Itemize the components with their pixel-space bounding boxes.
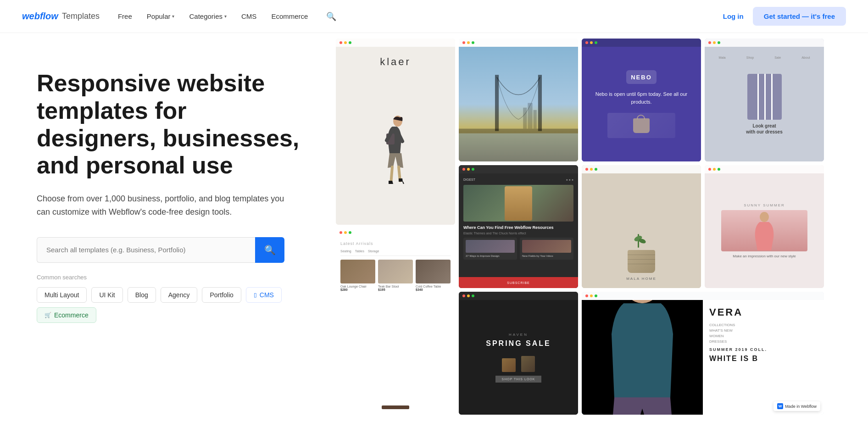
window-dot-green bbox=[595, 294, 597, 297]
template-card-arrivals[interactable]: Latest Arrivals Seating Tables Storage O… bbox=[336, 228, 455, 415]
window-dot-red bbox=[339, 231, 342, 234]
window-dot-green bbox=[472, 294, 474, 297]
window-dot-red bbox=[462, 168, 465, 171]
window-dot-green bbox=[718, 168, 720, 171]
blog-hero-image bbox=[463, 185, 573, 222]
nav-link-cms[interactable]: CMS bbox=[241, 12, 256, 20]
navbar: webflow Templates Free Popular ▾ Categor… bbox=[0, 0, 868, 33]
arrivals-item: Teak Bar Stool $195 bbox=[378, 260, 413, 291]
window-dot-yellow bbox=[590, 294, 593, 297]
nav-link-ecommerce[interactable]: Ecommerce bbox=[271, 12, 308, 20]
logo-templates: Templates bbox=[62, 11, 100, 21]
window-dot-green bbox=[472, 168, 474, 171]
window-dot-red bbox=[708, 168, 711, 171]
arrivals-label: Latest Arrivals bbox=[340, 241, 451, 246]
hero-section: Responsive website templates for designe… bbox=[0, 33, 330, 422]
haven-cta-button[interactable]: SHOP THIS LOOK bbox=[495, 376, 542, 383]
window-dot-yellow bbox=[344, 41, 347, 44]
window-dot-yellow bbox=[467, 168, 470, 171]
window-dot-green bbox=[595, 41, 597, 44]
svg-line-3 bbox=[403, 182, 404, 184]
nav-link-categories[interactable]: Categories ▾ bbox=[189, 12, 227, 20]
nav-link-free[interactable]: Free bbox=[118, 12, 132, 20]
nebo-product-image bbox=[607, 113, 675, 138]
search-icon[interactable]: 🔍 bbox=[326, 11, 336, 22]
window-dot-green bbox=[718, 41, 720, 44]
template-card-haven[interactable]: HAVEN SPRING SALE SHOP THIS LOOK bbox=[459, 292, 578, 415]
window-dot-green bbox=[349, 231, 351, 234]
klaer-logo: klaer bbox=[380, 47, 411, 72]
window-dot-green bbox=[595, 168, 597, 171]
login-button[interactable]: Log in bbox=[723, 12, 744, 20]
webflow-badge-icon: W bbox=[777, 403, 783, 409]
basket-plant bbox=[628, 250, 655, 273]
nebo-text: Nebo is open until 6pm today. See all ou… bbox=[589, 90, 694, 106]
fashion-figure-icon bbox=[375, 113, 416, 184]
tag-portfolio[interactable]: Portfolio bbox=[202, 287, 241, 303]
window-dot-yellow bbox=[590, 168, 593, 171]
template-card-nebo-basket[interactable]: MALA HOME bbox=[582, 165, 701, 288]
template-card-dress[interactable]: Mala Shop Sale About Look great with our… bbox=[705, 39, 824, 161]
vera-info: VERA COLLECTIONS WHAT'S NEW WOMEN DRESSE… bbox=[703, 300, 824, 415]
arrivals-bar bbox=[382, 405, 409, 409]
cart-icon: 🛒 bbox=[45, 312, 51, 318]
window-dot-yellow bbox=[590, 41, 593, 44]
template-card-vera[interactable]: VERA COLLECTIONS WHAT'S NEW WOMEN DRESSE… bbox=[582, 292, 824, 415]
arrivals-item: Cold Coffee Table $340 bbox=[416, 260, 451, 291]
tag-ui-kit[interactable]: UI Kit bbox=[91, 287, 122, 303]
window-dot-yellow bbox=[344, 231, 347, 234]
tag-ecommerce[interactable]: 🛒 Ecommerce bbox=[37, 307, 96, 323]
svg-rect-12 bbox=[459, 133, 578, 161]
haven-furniture bbox=[474, 351, 562, 372]
arrivals-item: Oak Lounge Chair $280 bbox=[340, 260, 375, 291]
vera-figure-icon bbox=[582, 300, 703, 415]
template-card-nebo[interactable]: NEBO Nebo is open until 6pm today. See a… bbox=[582, 39, 701, 161]
search-button[interactable]: 🔍 bbox=[255, 237, 284, 263]
window-dot-red bbox=[339, 41, 342, 44]
tag-cms[interactable]: ▯ CMS bbox=[246, 287, 282, 303]
template-card-bridge[interactable] bbox=[459, 39, 578, 161]
tag-agency[interactable]: Agency bbox=[161, 287, 198, 303]
window-dot-yellow bbox=[713, 168, 716, 171]
fashion-pink-image bbox=[721, 210, 808, 251]
vera-person-image bbox=[582, 300, 703, 415]
window-dot-red bbox=[585, 168, 588, 171]
chevron-down-icon: ▾ bbox=[224, 14, 227, 19]
main-container: Responsive website templates for designe… bbox=[0, 33, 868, 422]
svg-rect-13 bbox=[523, 108, 527, 129]
window-dot-yellow bbox=[467, 41, 470, 44]
chevron-down-icon: ▾ bbox=[172, 14, 174, 19]
template-card-fashion-pink[interactable]: SUNNY SUMMER Make an impression with our… bbox=[705, 165, 824, 288]
table-image bbox=[416, 260, 451, 283]
template-gallery: klaer bbox=[330, 33, 868, 422]
window-dot-yellow bbox=[467, 294, 470, 297]
search-input[interactable] bbox=[37, 237, 255, 263]
nav-right: Log in Get started — it's free bbox=[723, 7, 846, 26]
klaer-image bbox=[336, 72, 455, 225]
tag-multi-layout[interactable]: Multi Layout bbox=[37, 287, 87, 303]
bridge-image bbox=[459, 47, 578, 161]
vera-title: VERA bbox=[709, 306, 818, 318]
window-dot-red bbox=[708, 41, 711, 44]
template-card-klaer[interactable]: klaer bbox=[336, 39, 455, 225]
tag-blog[interactable]: Blog bbox=[128, 287, 156, 303]
haven-sale: SPRING SALE bbox=[486, 339, 551, 348]
svg-rect-15 bbox=[534, 110, 537, 129]
nebo-logo: NEBO bbox=[626, 70, 657, 84]
webflow-badge: W Made in Webflow bbox=[773, 401, 820, 411]
vera-summer-text: SUMMER 2019 COLL. bbox=[709, 347, 818, 352]
nav-links: Free Popular ▾ Categories ▾ CMS Ecommerc… bbox=[118, 12, 308, 20]
get-started-button[interactable]: Get started — it's free bbox=[753, 7, 846, 26]
stool-image bbox=[378, 260, 413, 283]
vera-white-text: WHITE IS B bbox=[709, 355, 818, 363]
blog-cta-bar: SUBSCRIBE bbox=[459, 277, 578, 288]
fashion-label: Make an impression with our new style bbox=[733, 254, 796, 258]
tag-list: Multi Layout UI Kit Blog Agency Portfoli… bbox=[37, 287, 303, 323]
logo[interactable]: webflow Templates bbox=[22, 11, 100, 22]
dress-image bbox=[747, 74, 782, 120]
window-dot-red bbox=[462, 41, 465, 44]
window-dot-red bbox=[462, 294, 465, 297]
nav-left: webflow Templates Free Popular ▾ Categor… bbox=[22, 11, 336, 22]
nav-link-popular[interactable]: Popular ▾ bbox=[147, 12, 175, 20]
template-card-blog-dark[interactable]: DIGEST ● ● ● Where Can You Find Free Web… bbox=[459, 165, 578, 288]
